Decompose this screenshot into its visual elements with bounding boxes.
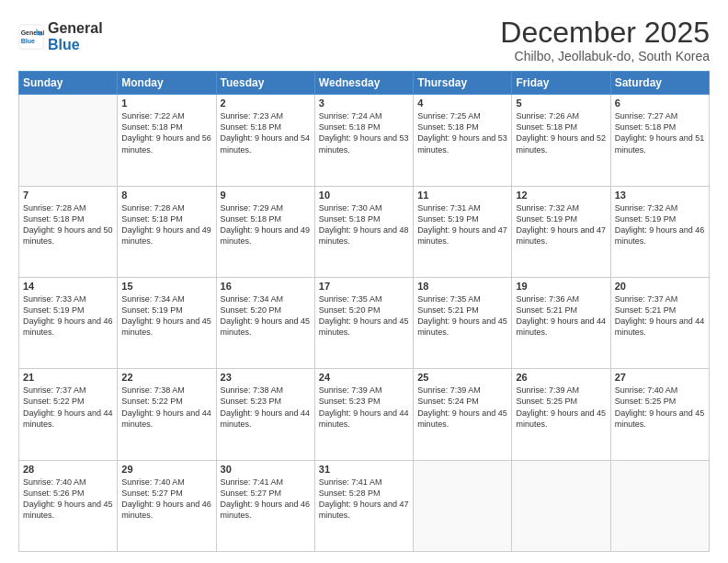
day-info: Sunrise: 7:39 AMSunset: 5:24 PMDaylight:… <box>417 385 507 430</box>
logo: General Blue General Blue <box>18 20 103 52</box>
day-info: Sunrise: 7:22 AMSunset: 5:18 PMDaylight:… <box>121 110 211 155</box>
day-number: 11 <box>417 190 507 201</box>
calendar-cell: 18Sunrise: 7:35 AMSunset: 5:21 PMDayligh… <box>414 277 512 368</box>
day-number: 5 <box>516 98 606 109</box>
day-number: 24 <box>319 372 409 383</box>
day-info: Sunrise: 7:34 AMSunset: 5:20 PMDaylight:… <box>221 293 311 339</box>
day-info: Sunrise: 7:25 AMSunset: 5:18 PMDaylight:… <box>417 110 507 155</box>
day-info: Sunrise: 7:39 AMSunset: 5:25 PMDaylight:… <box>516 385 606 430</box>
calendar-cell: 28Sunrise: 7:40 AMSunset: 5:26 PMDayligh… <box>19 460 118 551</box>
calendar-cell: 30Sunrise: 7:41 AMSunset: 5:27 PMDayligh… <box>216 460 314 551</box>
logo-general-text: General <box>48 20 103 37</box>
day-number: 9 <box>221 190 311 201</box>
day-number: 28 <box>23 464 113 475</box>
day-info: Sunrise: 7:40 AMSunset: 5:27 PMDaylight:… <box>121 477 211 522</box>
day-info: Sunrise: 7:31 AMSunset: 5:19 PMDaylight:… <box>417 202 507 247</box>
calendar-cell: 7Sunrise: 7:28 AMSunset: 5:18 PMDaylight… <box>19 186 118 277</box>
calendar-cell: 16Sunrise: 7:34 AMSunset: 5:20 PMDayligh… <box>216 277 314 368</box>
day-info: Sunrise: 7:40 AMSunset: 5:25 PMDaylight:… <box>615 385 705 430</box>
calendar-cell: 5Sunrise: 7:26 AMSunset: 5:18 PMDaylight… <box>512 95 610 186</box>
calendar-cell: 6Sunrise: 7:27 AMSunset: 5:18 PMDaylight… <box>610 95 709 186</box>
calendar-cell: 22Sunrise: 7:38 AMSunset: 5:22 PMDayligh… <box>118 369 216 460</box>
day-number: 30 <box>221 464 311 475</box>
calendar-cell: 25Sunrise: 7:39 AMSunset: 5:24 PMDayligh… <box>414 369 512 460</box>
day-number: 16 <box>221 281 311 292</box>
day-info: Sunrise: 7:33 AMSunset: 5:19 PMDaylight:… <box>23 293 113 339</box>
calendar-cell: 13Sunrise: 7:32 AMSunset: 5:19 PMDayligh… <box>610 186 709 277</box>
day-info: Sunrise: 7:37 AMSunset: 5:21 PMDaylight:… <box>615 293 705 339</box>
day-info: Sunrise: 7:26 AMSunset: 5:18 PMDaylight:… <box>516 110 606 155</box>
svg-text:Blue: Blue <box>21 38 35 44</box>
day-info: Sunrise: 7:38 AMSunset: 5:22 PMDaylight:… <box>121 385 211 430</box>
calendar-cell: 14Sunrise: 7:33 AMSunset: 5:19 PMDayligh… <box>19 277 118 368</box>
calendar-cell: 4Sunrise: 7:25 AMSunset: 5:18 PMDaylight… <box>414 95 512 186</box>
calendar-cell: 27Sunrise: 7:40 AMSunset: 5:25 PMDayligh… <box>610 369 709 460</box>
day-number: 6 <box>615 98 705 109</box>
col-header-friday: Friday <box>512 72 610 95</box>
day-number: 10 <box>319 190 409 201</box>
day-number: 18 <box>417 281 507 292</box>
calendar-cell: 23Sunrise: 7:38 AMSunset: 5:23 PMDayligh… <box>216 369 314 460</box>
day-number: 2 <box>221 98 311 109</box>
day-info: Sunrise: 7:23 AMSunset: 5:18 PMDaylight:… <box>221 110 311 155</box>
logo-icon: General Blue <box>18 24 44 50</box>
day-info: Sunrise: 7:28 AMSunset: 5:18 PMDaylight:… <box>23 202 113 247</box>
calendar-cell: 19Sunrise: 7:36 AMSunset: 5:21 PMDayligh… <box>512 277 610 368</box>
day-info: Sunrise: 7:29 AMSunset: 5:18 PMDaylight:… <box>221 202 311 247</box>
day-info: Sunrise: 7:39 AMSunset: 5:23 PMDaylight:… <box>319 385 409 430</box>
day-number: 29 <box>121 464 211 475</box>
day-info: Sunrise: 7:41 AMSunset: 5:28 PMDaylight:… <box>319 477 409 522</box>
month-title: December 2025 <box>500 17 710 49</box>
calendar-cell: 9Sunrise: 7:29 AMSunset: 5:18 PMDaylight… <box>216 186 314 277</box>
calendar-cell: 2Sunrise: 7:23 AMSunset: 5:18 PMDaylight… <box>216 95 314 186</box>
logo-text: General Blue <box>48 20 103 52</box>
calendar-cell: 15Sunrise: 7:34 AMSunset: 5:19 PMDayligh… <box>118 277 216 368</box>
calendar-cell: 3Sunrise: 7:24 AMSunset: 5:18 PMDaylight… <box>314 95 413 186</box>
day-number: 21 <box>23 372 113 383</box>
day-info: Sunrise: 7:28 AMSunset: 5:18 PMDaylight:… <box>121 202 211 247</box>
calendar-cell: 21Sunrise: 7:37 AMSunset: 5:22 PMDayligh… <box>19 369 118 460</box>
calendar-cell: 29Sunrise: 7:40 AMSunset: 5:27 PMDayligh… <box>118 460 216 551</box>
day-info: Sunrise: 7:37 AMSunset: 5:22 PMDaylight:… <box>23 385 113 430</box>
calendar-cell: 31Sunrise: 7:41 AMSunset: 5:28 PMDayligh… <box>314 460 413 551</box>
day-info: Sunrise: 7:35 AMSunset: 5:20 PMDaylight:… <box>319 293 409 339</box>
calendar-cell: 26Sunrise: 7:39 AMSunset: 5:25 PMDayligh… <box>512 369 610 460</box>
day-number: 13 <box>615 190 705 201</box>
day-info: Sunrise: 7:35 AMSunset: 5:21 PMDaylight:… <box>417 293 507 339</box>
day-number: 19 <box>516 281 606 292</box>
day-number: 15 <box>121 281 211 292</box>
calendar-cell: 24Sunrise: 7:39 AMSunset: 5:23 PMDayligh… <box>314 369 413 460</box>
col-header-sunday: Sunday <box>19 72 118 95</box>
svg-rect-0 <box>19 24 43 48</box>
day-info: Sunrise: 7:41 AMSunset: 5:27 PMDaylight:… <box>221 477 311 522</box>
title-block: December 2025 Chilbo, Jeollabuk-do, Sout… <box>500 17 710 63</box>
header: General Blue General Blue December 2025 … <box>18 17 710 63</box>
day-number: 17 <box>319 281 409 292</box>
day-info: Sunrise: 7:32 AMSunset: 5:19 PMDaylight:… <box>615 202 705 247</box>
day-info: Sunrise: 7:36 AMSunset: 5:21 PMDaylight:… <box>516 293 606 339</box>
calendar-cell: 8Sunrise: 7:28 AMSunset: 5:18 PMDaylight… <box>118 186 216 277</box>
calendar-cell: 17Sunrise: 7:35 AMSunset: 5:20 PMDayligh… <box>314 277 413 368</box>
calendar-cell: 11Sunrise: 7:31 AMSunset: 5:19 PMDayligh… <box>414 186 512 277</box>
day-info: Sunrise: 7:24 AMSunset: 5:18 PMDaylight:… <box>319 110 409 155</box>
day-info: Sunrise: 7:30 AMSunset: 5:18 PMDaylight:… <box>319 202 409 247</box>
day-number: 4 <box>417 98 507 109</box>
calendar-cell: 10Sunrise: 7:30 AMSunset: 5:18 PMDayligh… <box>314 186 413 277</box>
day-number: 20 <box>615 281 705 292</box>
day-number: 1 <box>121 98 211 109</box>
calendar-cell <box>19 95 118 186</box>
day-info: Sunrise: 7:27 AMSunset: 5:18 PMDaylight:… <box>615 110 705 155</box>
day-number: 23 <box>221 372 311 383</box>
calendar-cell: 12Sunrise: 7:32 AMSunset: 5:19 PMDayligh… <box>512 186 610 277</box>
logo-blue-text: Blue <box>48 37 103 53</box>
col-header-thursday: Thursday <box>414 72 512 95</box>
calendar-cell <box>414 460 512 551</box>
day-info: Sunrise: 7:40 AMSunset: 5:26 PMDaylight:… <box>23 477 113 522</box>
day-number: 27 <box>615 372 705 383</box>
day-number: 8 <box>121 190 211 201</box>
location-subtitle: Chilbo, Jeollabuk-do, South Korea <box>500 49 710 63</box>
day-info: Sunrise: 7:38 AMSunset: 5:23 PMDaylight:… <box>221 385 311 430</box>
day-number: 3 <box>319 98 409 109</box>
calendar-cell: 1Sunrise: 7:22 AMSunset: 5:18 PMDaylight… <box>118 95 216 186</box>
day-number: 26 <box>516 372 606 383</box>
